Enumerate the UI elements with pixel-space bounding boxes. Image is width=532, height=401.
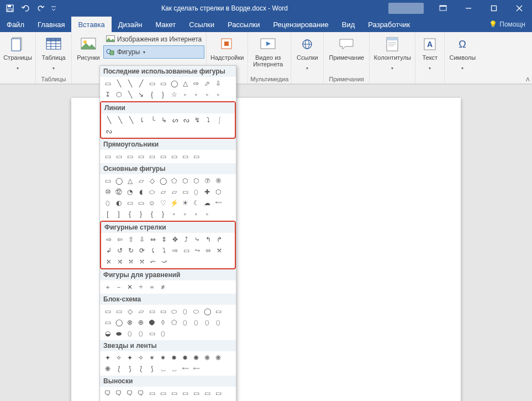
tab-review[interactable]: Рецензирование (266, 17, 335, 32)
shape-item[interactable]: ⬯ (191, 317, 202, 328)
shape-item[interactable]: } (157, 209, 168, 220)
shape-item[interactable]: 🗨 (135, 388, 146, 399)
user-account-badge[interactable] (388, 3, 424, 14)
shape-item[interactable]: ▭ (102, 399, 113, 401)
shape-item[interactable]: ▭ (124, 151, 135, 162)
shape-item[interactable]: ▭ (135, 151, 146, 162)
shapes-button[interactable]: Фигуры ▾ (104, 46, 204, 58)
shape-item[interactable]: ↱ (214, 234, 225, 245)
shape-item[interactable]: ⤳ (192, 245, 203, 256)
shape-item[interactable]: ⤹ (148, 245, 159, 256)
shape-item[interactable]: ◐ (113, 197, 124, 209)
shape-item[interactable]: ⬯ (213, 317, 224, 328)
shape-item[interactable]: ▭ (157, 306, 168, 317)
close-button[interactable] (507, 0, 532, 17)
shape-item[interactable]: ▫ (191, 209, 202, 220)
shape-item[interactable]: ⇩ (136, 234, 148, 245)
shape-item[interactable]: ⬄ (203, 245, 214, 256)
shape-item[interactable]: ◒ (102, 328, 113, 339)
shape-item[interactable]: ⬳ (180, 363, 191, 374)
tab-file[interactable]: Файл (0, 17, 31, 32)
shape-item[interactable]: ✶ (146, 352, 157, 363)
shape-item[interactable]: ⬯ (191, 186, 202, 197)
shape-item[interactable]: ▭ (180, 388, 191, 399)
shape-item[interactable]: ▭ (146, 151, 157, 162)
shape-item[interactable]: ⬠ (168, 175, 180, 186)
shape-item[interactable]: ⇧ (125, 234, 136, 245)
shape-item[interactable]: ÷ (135, 282, 146, 293)
text-button[interactable]: A Текст ▾ (418, 33, 442, 71)
shape-item[interactable]: ⯃ (146, 317, 157, 328)
shape-item[interactable]: { (146, 209, 157, 220)
shape-item[interactable]: ≠ (157, 282, 168, 293)
shape-item[interactable]: △ (124, 175, 135, 186)
online-pictures-button[interactable]: Изображения из Интернета (104, 33, 204, 45)
shape-item[interactable]: 🗨 (113, 388, 124, 399)
shape-item[interactable]: ⬡ (113, 89, 124, 100)
comment-button[interactable]: Примечание (326, 33, 367, 71)
shape-item[interactable]: 🗨 (102, 388, 113, 399)
shape-item[interactable]: ⇦ (114, 234, 125, 245)
shape-item[interactable]: ✦ (102, 352, 113, 363)
shape-item[interactable]: ▭ (124, 197, 135, 209)
shape-item[interactable]: ᔓ (103, 126, 114, 137)
shape-item[interactable]: ▭ (102, 317, 113, 328)
shape-item[interactable]: ↺ (114, 245, 125, 256)
shape-item[interactable]: ⤻ (159, 256, 170, 267)
shape-item[interactable]: ◯ (202, 306, 213, 317)
shape-item[interactable]: ⤷ (192, 234, 203, 245)
shape-item[interactable]: ▭ (146, 328, 157, 339)
shape-item[interactable]: ⟅ (135, 363, 146, 374)
maximize-button[interactable] (481, 0, 507, 17)
shape-item[interactable]: ☾ (191, 197, 202, 209)
shape-item[interactable]: ⬬ (113, 328, 124, 339)
save-button[interactable] (3, 2, 17, 15)
shape-item[interactable]: ⤪ (103, 256, 114, 267)
shape-item[interactable]: ⬭ (191, 306, 202, 317)
table-button[interactable]: Таблица ▾ (38, 33, 69, 71)
shape-item[interactable]: ＋ (102, 282, 113, 293)
shape-item[interactable]: ◯ (113, 175, 124, 186)
shape-item[interactable]: ▭ (202, 388, 213, 399)
shape-item[interactable]: ✺ (191, 352, 202, 363)
shape-item[interactable]: ▭ (102, 175, 113, 186)
shape-item[interactable]: ▭ (168, 388, 180, 399)
shape-item[interactable]: ▭ (213, 388, 224, 399)
shape-item[interactable]: ⇨ (191, 78, 202, 89)
shape-item[interactable]: ▭ (146, 399, 157, 401)
tab-view[interactable]: Вид (335, 17, 362, 32)
shape-item[interactable]: { (146, 89, 157, 100)
shape-item[interactable]: ⬠ (168, 317, 180, 328)
shape-item[interactable]: ⬯ (124, 328, 135, 339)
shape-item[interactable]: ᔓ (181, 114, 192, 126)
shape-item[interactable]: ▫ (180, 209, 191, 220)
shape-item[interactable]: ▭ (135, 197, 146, 209)
shape-item[interactable]: ❋ (213, 352, 224, 363)
shape-item[interactable]: ⤵ (159, 245, 170, 256)
shape-item[interactable]: ↻ (125, 245, 136, 256)
shape-item[interactable]: ❋ (202, 352, 213, 363)
shape-item[interactable]: ⊕ (135, 317, 146, 328)
shape-item[interactable]: └ (148, 114, 159, 126)
shape-item[interactable]: ↧ (102, 89, 113, 100)
shape-item[interactable]: ⇨ (103, 234, 114, 245)
shape-item[interactable]: ⎰ (214, 114, 225, 126)
shape-item[interactable]: ▭ (113, 306, 124, 317)
shape-item[interactable]: ⟅ (113, 363, 124, 374)
shape-item[interactable]: ⇔ (148, 234, 159, 245)
shape-item[interactable]: ⑧ (213, 175, 224, 186)
shape-item[interactable]: ⤧ (214, 245, 225, 256)
pictures-button[interactable]: Рисунки (74, 33, 103, 71)
shape-item[interactable]: ✥ (170, 234, 181, 245)
shape-item[interactable]: ☁ (202, 197, 213, 209)
shape-item[interactable]: ⤨ (114, 256, 125, 267)
shape-item[interactable]: ⬳ (213, 197, 224, 209)
shape-item[interactable]: ✸ (168, 352, 180, 363)
shape-item[interactable]: { (124, 209, 135, 220)
shape-item[interactable]: ☀ (180, 197, 191, 209)
shape-item[interactable]: ◊ (157, 317, 168, 328)
shape-item[interactable]: ♡ (157, 197, 168, 209)
shape-item[interactable]: ▭ (157, 388, 168, 399)
shape-item[interactable]: ↲ (103, 245, 114, 256)
online-video-button[interactable]: Видео из Интернета (250, 33, 286, 71)
